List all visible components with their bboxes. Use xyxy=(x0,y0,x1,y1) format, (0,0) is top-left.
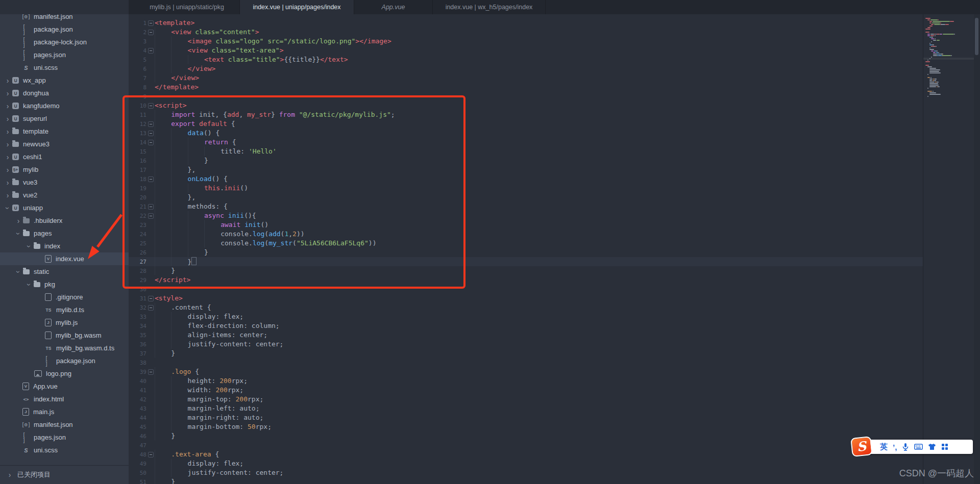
code-line-10[interactable]: 10<script> xyxy=(129,101,923,110)
code-line-24[interactable]: 24console.log(add(1,2)) xyxy=(129,230,923,239)
code-line-41[interactable]: 41width: 200rpx; xyxy=(129,386,923,395)
tree-item-pkg[interactable]: ›pkg xyxy=(0,278,129,291)
chevron-right-icon[interactable]: › xyxy=(4,166,11,174)
code-line-15[interactable]: 15title: 'Hello' xyxy=(129,147,923,156)
tree-item-donghua[interactable]: ›Udonghua xyxy=(0,87,129,99)
fold-icon[interactable] xyxy=(148,20,154,26)
tree-item-uniapp[interactable]: ›Uuniapp xyxy=(0,201,129,214)
tree-item-superurl[interactable]: ›Usuperurl xyxy=(0,112,129,125)
tree-item-pages.json[interactable]: [ ]pages.json xyxy=(0,431,129,444)
code-line-49[interactable]: 49display: flex; xyxy=(129,459,923,468)
code-line-43[interactable]: 43margin-left: auto; xyxy=(129,404,923,413)
fold-icon[interactable] xyxy=(148,131,154,136)
code-line-16[interactable]: 16} xyxy=(129,156,923,165)
chevron-right-icon[interactable]: › xyxy=(15,217,22,225)
code-line-17[interactable]: 17}, xyxy=(129,165,923,174)
fold-icon[interactable] xyxy=(148,305,154,311)
code-line-46[interactable]: 46} xyxy=(129,431,923,441)
tree-item-vue3[interactable]: ›vue3 xyxy=(0,176,129,189)
code-line-25[interactable]: 25console.log(my_str("5LiA56CB6LaF5Lq6")… xyxy=(129,239,923,248)
skin-shirt-icon[interactable] xyxy=(928,443,936,450)
tree-item-newvue3[interactable]: ›newvue3 xyxy=(0,138,129,150)
code-line-19[interactable]: 19this.inii() xyxy=(129,184,923,193)
code-line-28[interactable]: 28} xyxy=(129,266,923,275)
ime-toolbar[interactable]: S 英 ’, xyxy=(855,440,973,454)
tree-item-wx_app[interactable]: ›Uwx_app xyxy=(0,74,129,87)
tree-item-package.json[interactable]: [ ]package.json xyxy=(0,354,129,367)
code-line-12[interactable]: 12export default { xyxy=(129,119,923,129)
chevron-right-icon[interactable]: › xyxy=(4,128,11,136)
tree-item-pages.json[interactable]: [ ]pages.json xyxy=(0,48,129,61)
code-line-8[interactable]: 8</template> xyxy=(129,83,923,92)
ime-language-button[interactable]: 英 xyxy=(880,442,888,452)
fold-icon[interactable] xyxy=(148,369,154,375)
code-line-9[interactable]: 9 xyxy=(129,92,923,101)
fold-icon[interactable] xyxy=(148,452,154,457)
tree-item-.hbuilderx[interactable]: ›.hbuilderx xyxy=(0,214,129,227)
code-line-6[interactable]: 6</view> xyxy=(129,64,923,73)
tab-mylib.js[interactable]: mylib.js | uniapp/static/pkg xyxy=(134,0,240,14)
fold-icon[interactable] xyxy=(148,140,154,145)
code-line-22[interactable]: 22async inii(){ xyxy=(129,211,923,220)
scrollbar-thumb[interactable] xyxy=(975,18,978,55)
chevron-right-icon[interactable]: › xyxy=(4,153,11,161)
code-line-39[interactable]: 39.logo { xyxy=(129,367,923,376)
tab-App.vue[interactable]: App.vue xyxy=(354,0,433,14)
tree-item-ceshi1[interactable]: ›Uceshi1 xyxy=(0,150,129,163)
scrollbar[interactable] xyxy=(974,14,980,484)
code-line-50[interactable]: 50justify-content: center; xyxy=(129,468,923,477)
tree-item-static[interactable]: ›static xyxy=(0,265,129,278)
code-line-26[interactable]: 26} xyxy=(129,248,923,257)
fold-icon[interactable] xyxy=(148,30,154,35)
editor[interactable]: 1<template>2<view class="content">3<imag… xyxy=(129,14,923,484)
code-line-4[interactable]: 4<view class="text-area"> xyxy=(129,46,923,55)
fold-icon[interactable] xyxy=(148,48,154,54)
toolbox-grid-icon[interactable] xyxy=(941,443,948,450)
code-line-36[interactable]: 36justify-content: center; xyxy=(129,340,923,349)
chevron-down-icon[interactable]: › xyxy=(14,268,22,275)
code-line-37[interactable]: 37} xyxy=(129,349,923,358)
code-line-14[interactable]: 14return { xyxy=(129,138,923,147)
code-line-51[interactable]: 51} xyxy=(129,477,923,484)
tab-index.vue[interactable]: index.vue | wx_h5/pages/index xyxy=(433,0,546,14)
code-line-38[interactable]: 38 xyxy=(129,358,923,367)
code-line-2[interactable]: 2<view class="content"> xyxy=(129,28,923,37)
code-line-31[interactable]: 31<style> xyxy=(129,294,923,303)
fold-icon[interactable] xyxy=(148,213,154,219)
code-line-47[interactable]: 47 xyxy=(129,441,923,450)
fold-icon[interactable] xyxy=(148,121,154,127)
tree-item-logo.png[interactable]: logo.png xyxy=(0,367,129,380)
code-line-3[interactable]: 3<image class="logo" src="/static/logo.p… xyxy=(129,37,923,46)
minimap[interactable] xyxy=(923,14,974,484)
chevron-right-icon[interactable]: › xyxy=(4,89,11,97)
tree-item-App.vue[interactable]: VApp.vue xyxy=(0,380,129,393)
chevron-right-icon[interactable]: › xyxy=(4,77,11,85)
code-line-1[interactable]: 1<template> xyxy=(129,18,923,28)
code-line-48[interactable]: 48.text-area { xyxy=(129,450,923,459)
ime-punctuation-button[interactable]: ’, xyxy=(893,443,897,451)
tree-item-manifest.json[interactable]: [⚙]manifest.json xyxy=(0,418,129,431)
chevron-right-icon[interactable]: › xyxy=(4,140,11,148)
code-line-21[interactable]: 21methods: { xyxy=(129,202,923,211)
tab-index.vue[interactable]: index.vue | uniapp/pages/index xyxy=(240,0,354,14)
tree-item-index[interactable]: ›index xyxy=(0,240,129,252)
tree-item-mylib_bg.wasm[interactable]: mylib_bg.wasm xyxy=(0,329,129,342)
chevron-down-icon[interactable]: › xyxy=(4,205,12,212)
tree-item-kangfudemo[interactable]: ›Ukangfudemo xyxy=(0,99,129,112)
microphone-icon[interactable] xyxy=(902,443,909,451)
code-line-35[interactable]: 35align-items: center; xyxy=(129,330,923,340)
closed-projects-row[interactable]: › 已关闭项目 xyxy=(0,465,129,484)
code-line-42[interactable]: 42margin-top: 200rpx; xyxy=(129,395,923,404)
tree-item-package-lock.json[interactable]: [ ]package-lock.json xyxy=(0,36,129,48)
chevron-down-icon[interactable]: › xyxy=(14,230,22,237)
code-line-5[interactable]: 5<text class="title">{{title}}</text> xyxy=(129,55,923,64)
code-line-18[interactable]: 18onLoad() { xyxy=(129,174,923,184)
tree-item-index.vue[interactable]: Vindex.vue xyxy=(0,252,129,265)
tree-item-mylib.js[interactable]: Jmylib.js xyxy=(0,316,129,329)
code-line-20[interactable]: 20}, xyxy=(129,193,923,202)
code-line-45[interactable]: 45margin-bottom: 50rpx; xyxy=(129,422,923,431)
code-line-32[interactable]: 32.content { xyxy=(129,303,923,312)
chevron-right-icon[interactable]: › xyxy=(4,102,11,110)
code-line-34[interactable]: 34flex-direction: column; xyxy=(129,321,923,330)
chevron-right-icon[interactable]: › xyxy=(4,191,11,199)
